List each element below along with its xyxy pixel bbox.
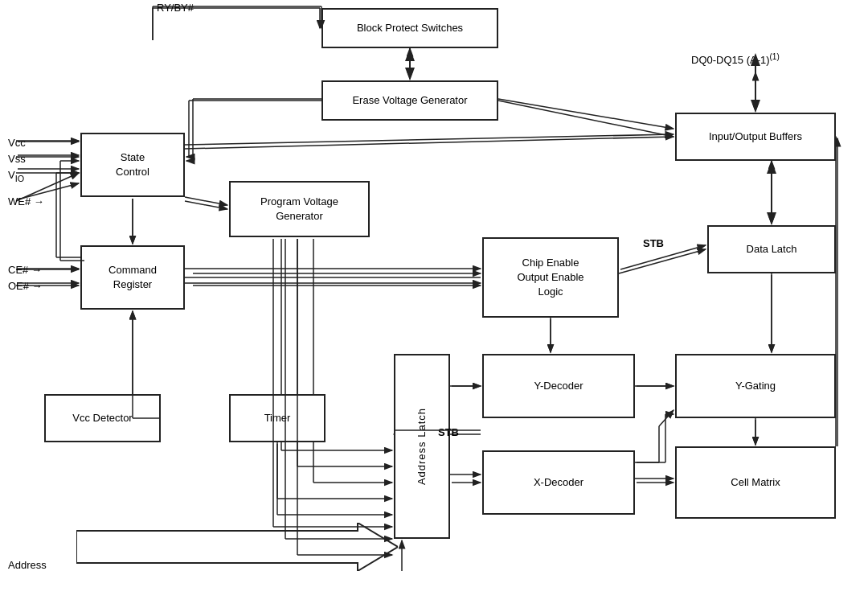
program-voltage-gen-block: Program VoltageGenerator <box>229 181 370 237</box>
ry-by-label: RY/BY# <box>157 2 194 14</box>
address-label: Address <box>8 559 47 571</box>
vio-label: VIO <box>8 169 24 183</box>
y-decoder-label: Y-Decoder <box>534 379 583 393</box>
address-latch-block: Address Latch <box>394 354 450 539</box>
block-protect-switches-label: Block Protect Switches <box>357 21 463 35</box>
y-gating-block: Y-Gating <box>675 354 836 418</box>
erase-voltage-gen-block: Erase Voltage Generator <box>321 80 498 121</box>
svg-line-13 <box>498 101 674 137</box>
timer-label: Timer <box>264 411 291 425</box>
cell-matrix-block: Cell Matrix <box>675 446 836 519</box>
address-arrow <box>76 523 398 571</box>
io-buffers-block: Input/Output Buffers <box>675 113 836 161</box>
erase-voltage-gen-label: Erase Voltage Generator <box>352 93 467 108</box>
svg-line-50 <box>185 137 674 149</box>
io-buffers-label: Input/Output Buffers <box>709 129 802 144</box>
command-register-block: CommandRegister <box>80 245 185 310</box>
x-decoder-label: X-Decoder <box>534 475 583 490</box>
vcc-detector-label: Vcc Detector <box>72 411 132 425</box>
block-diagram: Block Protect Switches Erase Voltage Gen… <box>0 0 868 608</box>
chip-enable-logic-label: Chip EnableOutput EnableLogic <box>517 256 583 300</box>
svg-line-14 <box>185 201 227 209</box>
svg-line-75 <box>498 99 674 129</box>
dq-label: DQ0-DQ15 (A-1)(1) <box>691 52 780 66</box>
we-label: WE# → <box>8 195 44 207</box>
state-control-label: StateControl <box>116 150 149 179</box>
svg-line-42 <box>659 410 674 426</box>
vss-label: Vss <box>8 153 26 165</box>
command-register-label: CommandRegister <box>108 263 157 292</box>
stb-label-2: STB <box>438 426 459 438</box>
ce-label: CE# → <box>8 264 42 276</box>
state-control-block: StateControl <box>80 133 185 197</box>
data-latch-label: Data Latch <box>747 242 797 257</box>
y-decoder-block: Y-Decoder <box>482 354 635 418</box>
timer-block: Timer <box>229 394 326 442</box>
address-latch-label: Address Latch <box>415 408 429 485</box>
oe-label: OE# → <box>8 280 43 292</box>
vcc-label: Vcc <box>8 137 26 149</box>
data-latch-block: Data Latch <box>707 225 836 273</box>
svg-marker-52 <box>76 523 398 571</box>
x-decoder-block: X-Decoder <box>482 450 635 515</box>
program-voltage-gen-label: Program VoltageGenerator <box>260 195 338 224</box>
block-protect-switches: Block Protect Switches <box>321 8 498 48</box>
svg-line-73 <box>185 197 227 205</box>
chip-enable-logic-block: Chip EnableOutput EnableLogic <box>482 237 619 318</box>
cell-matrix-label: Cell Matrix <box>731 475 780 490</box>
y-gating-label: Y-Gating <box>735 379 776 393</box>
vcc-detector-block: Vcc Detector <box>44 394 161 442</box>
svg-line-74 <box>185 134 674 145</box>
stb-label-1: STB <box>643 237 664 249</box>
svg-line-32 <box>619 249 706 273</box>
